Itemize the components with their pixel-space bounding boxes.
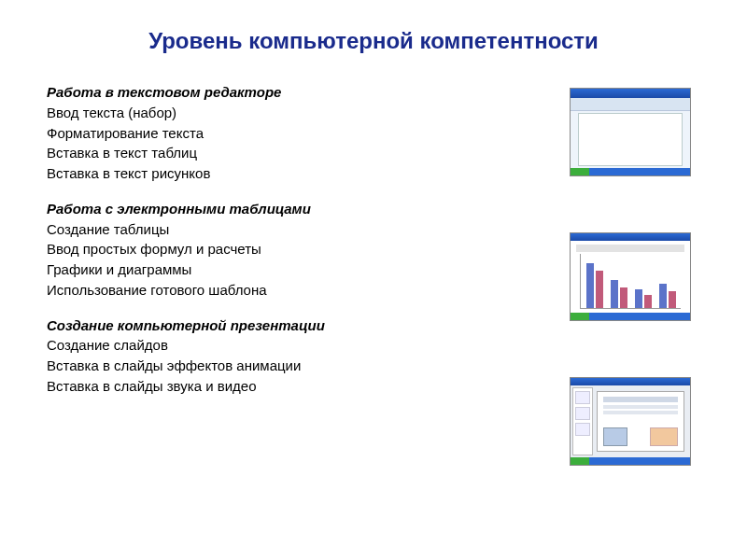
start-button-icon	[571, 313, 589, 320]
bar-icon	[611, 280, 618, 308]
section-item: Вставка в слайды звука и видео	[47, 376, 570, 397]
thumbnail-column	[570, 82, 700, 466]
section-heading: Работа с электронными таблицами	[47, 199, 570, 219]
section-item: Использование готового шаблона	[47, 280, 570, 301]
section-heading: Работа в текстовом редакторе	[47, 82, 570, 103]
word-editor-thumbnail	[570, 88, 691, 176]
section-item: Создание слайдов	[47, 335, 570, 356]
slide-mini-icon	[575, 391, 590, 404]
section-item: Форматирование текста	[47, 123, 570, 144]
section-item: Графики и диаграммы	[47, 259, 570, 280]
start-button-icon	[571, 457, 589, 465]
text-column: Работа в текстовом редакторе Ввод текста…	[47, 82, 570, 466]
start-button-icon	[571, 168, 589, 175]
section-item: Ввод текста (набор)	[47, 103, 570, 123]
slide-mini-icon	[575, 407, 590, 420]
slide-panel-icon	[572, 387, 593, 455]
section-item: Вставка в текст таблиц	[47, 143, 570, 163]
slide-mini-icon	[575, 423, 590, 436]
section-item: Вставка в текст рисунков	[47, 163, 570, 184]
document-page-icon	[578, 113, 683, 166]
slide-title-bar-icon	[603, 397, 678, 402]
bar-icon	[586, 263, 594, 308]
slide-picture-icon	[603, 427, 627, 446]
slide-text-line-icon	[603, 405, 678, 409]
slide-picture-icon	[650, 427, 678, 446]
section-spreadsheet: Работа с электронными таблицами Создание…	[47, 199, 570, 301]
chart-title-icon	[576, 245, 684, 252]
bar-icon	[620, 287, 627, 308]
bar-icon	[596, 271, 603, 308]
bar-chart-icon	[580, 254, 681, 309]
window-titlebar-icon	[571, 233, 690, 241]
window-titlebar-icon	[571, 378, 690, 385]
section-item: Вставка в слайды эффектов анимации	[47, 356, 570, 376]
section-heading: Создание компьютерной презентации	[47, 315, 570, 336]
slide-text-line-icon	[603, 411, 678, 414]
presentation-thumbnail	[570, 377, 691, 466]
slide-content: Работа в текстовом редакторе Ввод текста…	[47, 82, 700, 466]
bar-icon	[635, 289, 642, 308]
section-item: Ввод простых формул и расчеты	[47, 239, 570, 259]
bar-icon	[644, 295, 652, 308]
main-slide-icon	[597, 391, 684, 452]
bar-icon	[669, 291, 676, 308]
section-text-editor: Работа в текстовом редакторе Ввод текста…	[47, 82, 570, 184]
section-presentation: Создание компьютерной презентации Создан…	[47, 315, 570, 397]
slide-title: Уровень компьютерной компетентности	[47, 28, 700, 54]
section-item: Создание таблицы	[47, 219, 570, 240]
bar-icon	[659, 284, 667, 308]
window-titlebar-icon	[571, 89, 690, 98]
spreadsheet-chart-thumbnail	[570, 232, 691, 321]
toolbar-icon	[571, 98, 690, 111]
